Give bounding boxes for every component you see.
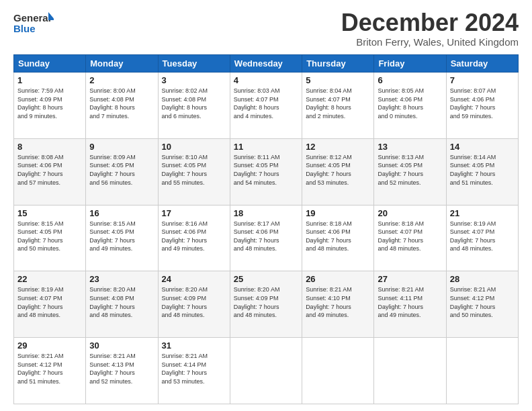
day-info: Sunrise: 8:08 AMSunset: 4:06 PMDaylight:… [17, 153, 82, 187]
day-info: Sunrise: 8:03 AMSunset: 4:07 PMDaylight:… [234, 87, 298, 120]
calendar-cell: 29Sunrise: 8:21 AMSunset: 4:12 PMDayligh… [14, 338, 86, 404]
day-info: Sunrise: 8:20 AMSunset: 4:09 PMDaylight:… [162, 285, 226, 319]
day-info: Sunrise: 8:20 AMSunset: 4:09 PMDaylight:… [234, 285, 298, 319]
svg-text:General: General [13, 12, 51, 24]
day-number: 18 [234, 208, 298, 218]
day-info: Sunrise: 8:07 AMSunset: 4:06 PMDaylight:… [450, 87, 515, 120]
day-number: 19 [306, 208, 370, 218]
day-number: 21 [450, 208, 515, 218]
day-number: 9 [89, 142, 154, 152]
calendar-cell: 19Sunrise: 8:18 AMSunset: 4:06 PMDayligh… [302, 205, 374, 271]
day-info: Sunrise: 8:19 AMSunset: 4:07 PMDaylight:… [17, 285, 82, 319]
calendar-week-2: 8Sunrise: 8:08 AMSunset: 4:06 PMDaylight… [14, 138, 519, 205]
calendar-cell: 14Sunrise: 8:14 AMSunset: 4:05 PMDayligh… [446, 138, 518, 205]
col-wednesday: Wednesday [230, 55, 302, 73]
calendar-cell: 15Sunrise: 8:15 AMSunset: 4:05 PMDayligh… [14, 205, 86, 271]
calendar-cell [302, 338, 374, 404]
calendar-cell [446, 338, 518, 404]
calendar-cell: 13Sunrise: 8:13 AMSunset: 4:05 PMDayligh… [374, 138, 446, 205]
calendar-cell: 8Sunrise: 8:08 AMSunset: 4:06 PMDaylight… [14, 138, 86, 205]
calendar-cell: 12Sunrise: 8:12 AMSunset: 4:05 PMDayligh… [302, 138, 374, 205]
calendar-cell: 22Sunrise: 8:19 AMSunset: 4:07 PMDayligh… [14, 271, 86, 338]
calendar-cell: 21Sunrise: 8:19 AMSunset: 4:07 PMDayligh… [446, 205, 518, 271]
day-info: Sunrise: 8:02 AMSunset: 4:08 PMDaylight:… [162, 87, 226, 120]
day-number: 10 [162, 142, 226, 152]
calendar-cell: 30Sunrise: 8:21 AMSunset: 4:13 PMDayligh… [86, 338, 158, 404]
day-info: Sunrise: 8:16 AMSunset: 4:06 PMDaylight:… [162, 220, 226, 253]
calendar-cell: 11Sunrise: 8:11 AMSunset: 4:05 PMDayligh… [230, 138, 302, 205]
calendar-table: Sunday Monday Tuesday Wednesday Thursday… [13, 54, 519, 404]
calendar-cell: 6Sunrise: 8:05 AMSunset: 4:06 PMDaylight… [374, 73, 446, 139]
calendar-cell: 24Sunrise: 8:20 AMSunset: 4:09 PMDayligh… [158, 271, 230, 338]
calendar-cell: 16Sunrise: 8:15 AMSunset: 4:05 PMDayligh… [86, 205, 158, 271]
calendar-cell: 1Sunrise: 7:59 AMSunset: 4:09 PMDaylight… [14, 73, 86, 139]
svg-text:Blue: Blue [13, 23, 36, 34]
calendar-week-4: 22Sunrise: 8:19 AMSunset: 4:07 PMDayligh… [14, 271, 519, 338]
day-number: 13 [378, 142, 442, 152]
day-info: Sunrise: 8:15 AMSunset: 4:05 PMDaylight:… [17, 220, 82, 253]
calendar-header-row: Sunday Monday Tuesday Wednesday Thursday… [14, 55, 519, 73]
day-info: Sunrise: 8:19 AMSunset: 4:07 PMDaylight:… [450, 220, 515, 253]
month-title: December 2024 [341, 11, 519, 35]
day-number: 5 [306, 75, 370, 85]
logo: General Blue [13, 11, 54, 38]
col-thursday: Thursday [302, 55, 374, 73]
location: Briton Ferry, Wales, United Kingdom [341, 36, 519, 48]
day-info: Sunrise: 8:00 AMSunset: 4:08 PMDaylight:… [89, 87, 154, 120]
day-number: 15 [17, 208, 82, 218]
day-info: Sunrise: 8:05 AMSunset: 4:06 PMDaylight:… [378, 87, 442, 120]
day-info: Sunrise: 8:13 AMSunset: 4:05 PMDaylight:… [378, 153, 442, 187]
calendar-cell [230, 338, 302, 404]
day-info: Sunrise: 8:18 AMSunset: 4:06 PMDaylight:… [306, 220, 370, 253]
day-number: 22 [17, 274, 82, 284]
calendar-cell: 18Sunrise: 8:17 AMSunset: 4:06 PMDayligh… [230, 205, 302, 271]
calendar-cell: 26Sunrise: 8:21 AMSunset: 4:10 PMDayligh… [302, 271, 374, 338]
day-info: Sunrise: 8:21 AMSunset: 4:10 PMDaylight:… [306, 285, 370, 319]
day-number: 6 [378, 75, 442, 85]
day-info: Sunrise: 8:12 AMSunset: 4:05 PMDaylight:… [306, 153, 370, 187]
col-sunday: Sunday [14, 55, 86, 73]
day-info: Sunrise: 8:15 AMSunset: 4:05 PMDaylight:… [89, 220, 154, 253]
page: General Blue December 2024 Briton Ferry,… [0, 0, 532, 411]
calendar-cell: 23Sunrise: 8:20 AMSunset: 4:08 PMDayligh… [86, 271, 158, 338]
calendar-cell: 27Sunrise: 8:21 AMSunset: 4:11 PMDayligh… [374, 271, 446, 338]
day-number: 26 [306, 274, 370, 284]
day-number: 8 [17, 142, 82, 152]
day-info: Sunrise: 8:21 AMSunset: 4:13 PMDaylight:… [89, 352, 154, 385]
day-number: 31 [162, 340, 226, 351]
day-number: 3 [162, 75, 226, 85]
day-info: Sunrise: 7:59 AMSunset: 4:09 PMDaylight:… [17, 87, 82, 120]
day-number: 14 [450, 142, 515, 152]
calendar-cell: 9Sunrise: 8:09 AMSunset: 4:05 PMDaylight… [86, 138, 158, 205]
day-info: Sunrise: 8:09 AMSunset: 4:05 PMDaylight:… [89, 153, 154, 187]
day-info: Sunrise: 8:21 AMSunset: 4:12 PMDaylight:… [450, 285, 515, 319]
calendar-cell: 10Sunrise: 8:10 AMSunset: 4:05 PMDayligh… [158, 138, 230, 205]
day-number: 28 [450, 274, 515, 284]
col-tuesday: Tuesday [158, 55, 230, 73]
day-number: 23 [89, 274, 154, 284]
calendar-cell: 4Sunrise: 8:03 AMSunset: 4:07 PMDaylight… [230, 73, 302, 139]
day-number: 7 [450, 75, 515, 85]
day-info: Sunrise: 8:18 AMSunset: 4:07 PMDaylight:… [378, 220, 442, 253]
calendar-cell: 17Sunrise: 8:16 AMSunset: 4:06 PMDayligh… [158, 205, 230, 271]
calendar-week-3: 15Sunrise: 8:15 AMSunset: 4:05 PMDayligh… [14, 205, 519, 271]
day-number: 4 [234, 75, 298, 85]
calendar-cell: 5Sunrise: 8:04 AMSunset: 4:07 PMDaylight… [302, 73, 374, 139]
calendar-cell [374, 338, 446, 404]
col-monday: Monday [86, 55, 158, 73]
logo-svg: General Blue [13, 11, 54, 38]
day-number: 16 [89, 208, 154, 218]
day-info: Sunrise: 8:20 AMSunset: 4:08 PMDaylight:… [89, 285, 154, 319]
day-number: 2 [89, 75, 154, 85]
col-saturday: Saturday [446, 55, 518, 73]
day-number: 12 [306, 142, 370, 152]
day-info: Sunrise: 8:11 AMSunset: 4:05 PMDaylight:… [234, 153, 298, 187]
calendar-cell: 2Sunrise: 8:00 AMSunset: 4:08 PMDaylight… [86, 73, 158, 139]
day-info: Sunrise: 8:17 AMSunset: 4:06 PMDaylight:… [234, 220, 298, 253]
calendar-cell: 20Sunrise: 8:18 AMSunset: 4:07 PMDayligh… [374, 205, 446, 271]
day-number: 25 [234, 274, 298, 284]
col-friday: Friday [374, 55, 446, 73]
day-number: 11 [234, 142, 298, 152]
calendar-cell: 28Sunrise: 8:21 AMSunset: 4:12 PMDayligh… [446, 271, 518, 338]
day-info: Sunrise: 8:21 AMSunset: 4:12 PMDaylight:… [17, 352, 82, 385]
